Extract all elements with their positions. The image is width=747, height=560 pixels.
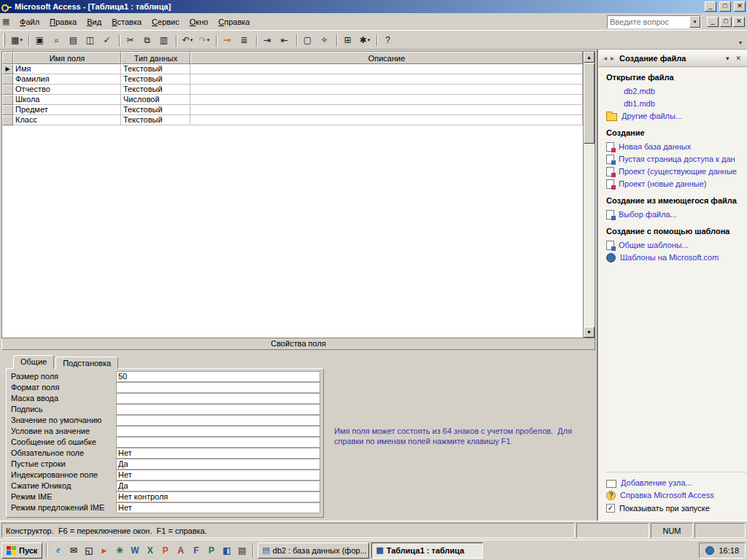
templates-web-label[interactable]: Шаблоны на Microsoft.com: [620, 252, 719, 264]
link-choose-file[interactable]: Выбор файла...: [606, 209, 747, 221]
link-new-data-access-page[interactable]: Пустая страница доступа к дан: [606, 153, 747, 166]
properties-button[interactable]: ▢: [300, 33, 316, 47]
mdi-restore-button[interactable]: □: [720, 17, 732, 27]
field-type-cell[interactable]: Числовой: [121, 95, 190, 105]
properties-tab[interactable]: Общие: [13, 355, 54, 369]
menu-item[interactable]: Файл: [15, 15, 44, 29]
link-general-templates[interactable]: Общие шаблоны...: [606, 239, 747, 252]
media-player-icon[interactable]: ▸: [97, 543, 111, 557]
other-files-label[interactable]: Другие файлы...: [622, 110, 682, 122]
question-input[interactable]: [608, 17, 689, 27]
property-value-input[interactable]: Да: [116, 459, 320, 470]
row-selector[interactable]: ▶: [2, 64, 13, 74]
print-button[interactable]: ▤: [66, 33, 82, 47]
row-selector[interactable]: [2, 95, 13, 105]
scroll-up-icon[interactable]: ▲: [584, 52, 595, 63]
insert-rows-button[interactable]: ⇥: [260, 33, 276, 47]
create-item-label[interactable]: Проект (новые данные): [619, 178, 706, 190]
template-item-label[interactable]: Общие шаблоны...: [619, 239, 689, 252]
excel-icon[interactable]: X: [143, 543, 157, 557]
link-db2-mdb[interactable]: db2.mdb: [606, 85, 747, 98]
show-at-startup-checkbox[interactable]: ✓: [606, 504, 615, 513]
field-name-cell[interactable]: Отчество: [13, 85, 121, 95]
choose-file-label[interactable]: Выбор файла...: [619, 209, 677, 221]
property-value-input[interactable]: Нет: [116, 470, 320, 481]
property-value-input[interactable]: Нет: [116, 502, 320, 513]
link-access-help[interactable]: ? Справка Microsoft Access: [606, 489, 747, 502]
create-item-label[interactable]: Проект (существующие данные: [619, 166, 737, 178]
field-description-cell[interactable]: [190, 95, 583, 105]
row-selector[interactable]: [2, 74, 13, 85]
toolbar-drag-handle[interactable]: [3, 34, 5, 47]
undo-button[interactable]: ↶ ▾: [179, 33, 196, 47]
row-selector[interactable]: [2, 85, 13, 95]
field-description-cell[interactable]: [190, 115, 583, 125]
publisher-icon[interactable]: P: [204, 543, 218, 557]
search-button[interactable]: ⌕: [49, 33, 65, 47]
field-description-cell[interactable]: [190, 85, 583, 95]
scroll-down-icon[interactable]: ▼: [584, 327, 595, 338]
field-description-cell[interactable]: [190, 105, 583, 115]
field-type-cell[interactable]: Текстовый: [121, 115, 190, 125]
show-desktop-icon[interactable]: ◱: [82, 543, 96, 557]
start-button[interactable]: Пуск: [1, 542, 42, 559]
field-name-cell[interactable]: Фамилия: [13, 74, 121, 85]
frontpage-icon[interactable]: F: [189, 543, 203, 557]
database-window-button[interactable]: ⊞: [340, 33, 356, 47]
taskbar-button-db2[interactable]: ▤ db2 : база данных (фор...: [258, 542, 369, 559]
minimize-button[interactable]: _: [705, 1, 716, 12]
field-description-cell[interactable]: [190, 74, 583, 85]
row-selector[interactable]: [2, 105, 13, 115]
grid-corner-cell[interactable]: [2, 52, 13, 64]
column-header-description[interactable]: Описание: [190, 52, 583, 64]
property-value-input[interactable]: [116, 393, 320, 404]
property-value-input[interactable]: [116, 382, 320, 393]
link-db1-mdb[interactable]: db1.mdb: [606, 98, 747, 110]
toolbar-options-button[interactable]: ▾: [736, 33, 745, 47]
notepad-icon[interactable]: ▤: [235, 543, 249, 557]
powerpoint-icon[interactable]: P: [158, 543, 172, 557]
field-type-cell[interactable]: Текстовый: [121, 85, 190, 95]
field-type-cell[interactable]: Текстовый: [121, 74, 190, 85]
close-button[interactable]: ✕: [734, 1, 746, 12]
property-value-input[interactable]: [116, 426, 320, 437]
paint-icon[interactable]: ◧: [220, 543, 233, 557]
column-header-data-type[interactable]: Тип данных: [121, 52, 190, 64]
outlook-express-icon[interactable]: ✉: [66, 543, 80, 557]
new-object-button[interactable]: ✱ ▾: [357, 33, 373, 47]
menu-item[interactable]: Вид: [82, 15, 107, 29]
access-icon[interactable]: A: [174, 543, 187, 557]
delete-rows-button[interactable]: ⇤: [276, 33, 293, 47]
table-window-icon[interactable]: ▦: [2, 17, 12, 26]
field-type-cell[interactable]: Текстовый: [121, 105, 190, 115]
link-other-files[interactable]: Другие файлы...: [606, 110, 747, 122]
menu-item[interactable]: Справка: [213, 15, 255, 29]
indexes-button[interactable]: ≣: [236, 33, 252, 47]
link-templates-microsoft[interactable]: Шаблоны на Microsoft.com: [606, 252, 747, 264]
property-value-input[interactable]: [116, 404, 320, 415]
copy-button[interactable]: ⧉: [139, 33, 155, 47]
field-type-cell[interactable]: Текстовый: [121, 64, 190, 74]
link-new-database[interactable]: Новая база данных: [606, 141, 747, 153]
paste-button[interactable]: ▥: [156, 33, 172, 47]
access-help-label[interactable]: Справка Microsoft Access: [620, 489, 714, 502]
redo-button[interactable]: ↷ ▾: [196, 33, 212, 47]
field-name-cell[interactable]: Предмет: [13, 105, 121, 115]
field-name-cell[interactable]: Класс: [13, 115, 121, 125]
property-value-input[interactable]: Да: [116, 481, 320, 491]
property-value-input[interactable]: Нет контроля: [116, 491, 320, 502]
back-icon[interactable]: ◂: [603, 54, 607, 62]
property-value-input[interactable]: 50: [116, 371, 320, 382]
row-selector[interactable]: [2, 115, 13, 125]
build-button[interactable]: ✧: [317, 33, 333, 47]
mdi-close-button[interactable]: ✕: [733, 17, 745, 27]
field-description-cell[interactable]: [190, 64, 583, 74]
menu-item[interactable]: Сервис: [147, 15, 185, 29]
forward-icon[interactable]: ▸: [611, 54, 614, 62]
cut-button[interactable]: ✂: [123, 33, 139, 47]
word-icon[interactable]: W: [128, 543, 142, 557]
create-item-label[interactable]: Новая база данных: [619, 141, 691, 153]
help-button[interactable]: ?: [380, 33, 396, 47]
chevron-down-icon[interactable]: ▾: [724, 55, 731, 62]
primary-key-button[interactable]: ⊸: [220, 33, 236, 47]
